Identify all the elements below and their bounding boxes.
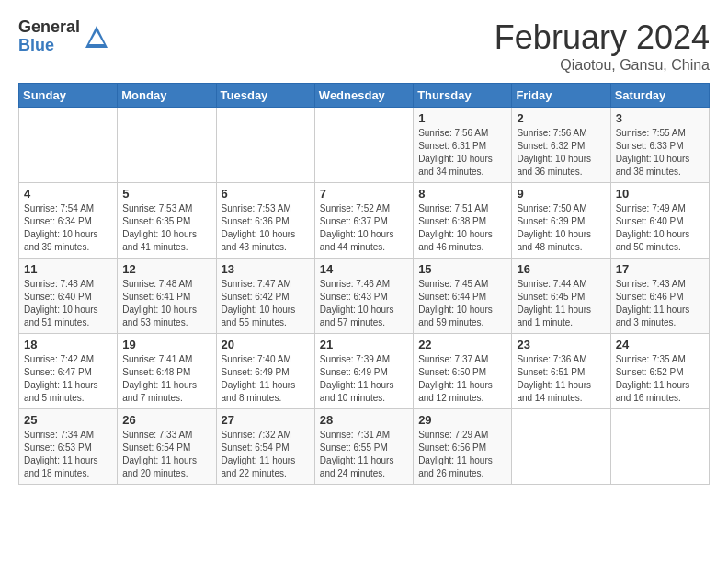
day-info: Sunrise: 7:34 AM Sunset: 6:53 PM Dayligh… (24, 429, 112, 480)
calendar-cell: 14Sunrise: 7:46 AM Sunset: 6:43 PM Dayli… (314, 259, 413, 334)
day-number: 14 (320, 262, 408, 276)
day-info: Sunrise: 7:47 AM Sunset: 6:42 PM Dayligh… (222, 278, 310, 329)
calendar-cell: 7Sunrise: 7:52 AM Sunset: 6:37 PM Daylig… (314, 183, 413, 259)
calendar-cell: 3Sunrise: 7:55 AM Sunset: 6:33 PM Daylig… (610, 108, 709, 183)
day-number: 16 (517, 262, 605, 276)
calendar-cell: 22Sunrise: 7:37 AM Sunset: 6:50 PM Dayli… (414, 334, 512, 409)
day-number: 15 (418, 262, 506, 276)
calendar-cell (118, 108, 216, 183)
day-info: Sunrise: 7:52 AM Sunset: 6:37 PM Dayligh… (320, 202, 408, 254)
calendar-cell (610, 409, 709, 485)
day-info: Sunrise: 7:55 AM Sunset: 6:33 PM Dayligh… (616, 127, 704, 178)
day-info: Sunrise: 7:48 AM Sunset: 6:41 PM Dayligh… (122, 278, 210, 329)
calendar-cell: 2Sunrise: 7:56 AM Sunset: 6:32 PM Daylig… (512, 108, 610, 183)
calendar-cell: 23Sunrise: 7:36 AM Sunset: 6:51 PM Dayli… (512, 334, 610, 409)
day-number: 6 (222, 187, 310, 201)
day-number: 3 (616, 111, 704, 125)
header-cell-sunday: Sunday (19, 84, 118, 108)
calendar-cell: 25Sunrise: 7:34 AM Sunset: 6:53 PM Dayli… (19, 409, 118, 485)
day-number: 26 (122, 413, 210, 427)
day-info: Sunrise: 7:35 AM Sunset: 6:52 PM Dayligh… (616, 353, 704, 405)
calendar-cell: 13Sunrise: 7:47 AM Sunset: 6:42 PM Dayli… (216, 259, 314, 334)
calendar-cell: 4Sunrise: 7:54 AM Sunset: 6:34 PM Daylig… (19, 183, 118, 259)
header-cell-wednesday: Wednesday (314, 84, 413, 108)
day-info: Sunrise: 7:45 AM Sunset: 6:44 PM Dayligh… (418, 278, 506, 329)
day-number: 1 (418, 111, 506, 125)
header-cell-monday: Monday (118, 84, 216, 108)
header-row: SundayMondayTuesdayWednesdayThursdayFrid… (19, 84, 710, 108)
calendar-cell: 9Sunrise: 7:50 AM Sunset: 6:39 PM Daylig… (512, 183, 610, 259)
day-number: 13 (222, 262, 310, 276)
title-block: February 2024 Qiaotou, Gansu, China (495, 18, 710, 74)
calendar-week-2: 4Sunrise: 7:54 AM Sunset: 6:34 PM Daylig… (19, 183, 710, 259)
day-info: Sunrise: 7:32 AM Sunset: 6:54 PM Dayligh… (222, 429, 310, 480)
day-number: 29 (418, 413, 506, 427)
calendar-cell: 19Sunrise: 7:41 AM Sunset: 6:48 PM Dayli… (118, 334, 216, 409)
logo-blue: Blue (18, 37, 80, 55)
page-header: General Blue February 2024 Qiaotou, Gans… (18, 18, 710, 74)
calendar-header: SundayMondayTuesdayWednesdayThursdayFrid… (19, 84, 710, 108)
day-number: 23 (517, 338, 605, 351)
day-info: Sunrise: 7:56 AM Sunset: 6:31 PM Dayligh… (418, 127, 506, 178)
calendar-cell: 6Sunrise: 7:53 AM Sunset: 6:36 PM Daylig… (216, 183, 314, 259)
logo-icon (84, 24, 109, 50)
day-number: 19 (122, 338, 210, 351)
calendar-cell: 5Sunrise: 7:53 AM Sunset: 6:35 PM Daylig… (118, 183, 216, 259)
day-info: Sunrise: 7:50 AM Sunset: 6:39 PM Dayligh… (517, 202, 605, 254)
calendar-cell: 15Sunrise: 7:45 AM Sunset: 6:44 PM Dayli… (414, 259, 512, 334)
day-number: 24 (616, 338, 704, 351)
day-info: Sunrise: 7:53 AM Sunset: 6:35 PM Dayligh… (122, 202, 210, 254)
day-number: 27 (222, 413, 310, 427)
day-info: Sunrise: 7:48 AM Sunset: 6:40 PM Dayligh… (24, 278, 112, 329)
calendar-cell (19, 108, 118, 183)
day-info: Sunrise: 7:42 AM Sunset: 6:47 PM Dayligh… (24, 353, 112, 405)
day-number: 22 (418, 338, 506, 351)
day-info: Sunrise: 7:31 AM Sunset: 6:55 PM Dayligh… (320, 429, 408, 480)
month-title: February 2024 (495, 18, 710, 57)
location-title: Qiaotou, Gansu, China (495, 57, 710, 74)
day-number: 5 (122, 187, 210, 201)
day-number: 11 (24, 262, 112, 276)
calendar-cell: 28Sunrise: 7:31 AM Sunset: 6:55 PM Dayli… (314, 409, 413, 485)
calendar-cell: 24Sunrise: 7:35 AM Sunset: 6:52 PM Dayli… (610, 334, 709, 409)
calendar-cell: 29Sunrise: 7:29 AM Sunset: 6:56 PM Dayli… (414, 409, 512, 485)
calendar-cell: 10Sunrise: 7:49 AM Sunset: 6:40 PM Dayli… (610, 183, 709, 259)
day-number: 2 (517, 111, 605, 125)
header-cell-saturday: Saturday (610, 84, 709, 108)
day-number: 17 (616, 262, 704, 276)
day-info: Sunrise: 7:40 AM Sunset: 6:49 PM Dayligh… (222, 353, 310, 405)
day-number: 20 (222, 338, 310, 351)
calendar-cell: 11Sunrise: 7:48 AM Sunset: 6:40 PM Dayli… (19, 259, 118, 334)
day-info: Sunrise: 7:43 AM Sunset: 6:46 PM Dayligh… (616, 278, 704, 329)
day-info: Sunrise: 7:37 AM Sunset: 6:50 PM Dayligh… (418, 353, 506, 405)
day-number: 9 (517, 187, 605, 201)
day-number: 7 (320, 187, 408, 201)
day-info: Sunrise: 7:29 AM Sunset: 6:56 PM Dayligh… (418, 429, 506, 480)
day-info: Sunrise: 7:46 AM Sunset: 6:43 PM Dayligh… (320, 278, 408, 329)
calendar-cell (512, 409, 610, 485)
header-cell-friday: Friday (512, 84, 610, 108)
calendar-body: 1Sunrise: 7:56 AM Sunset: 6:31 PM Daylig… (19, 108, 710, 485)
calendar-cell: 18Sunrise: 7:42 AM Sunset: 6:47 PM Dayli… (19, 334, 118, 409)
day-info: Sunrise: 7:49 AM Sunset: 6:40 PM Dayligh… (616, 202, 704, 254)
day-info: Sunrise: 7:44 AM Sunset: 6:45 PM Dayligh… (517, 278, 605, 329)
calendar-week-5: 25Sunrise: 7:34 AM Sunset: 6:53 PM Dayli… (19, 409, 710, 485)
calendar-cell: 17Sunrise: 7:43 AM Sunset: 6:46 PM Dayli… (610, 259, 709, 334)
calendar-cell: 27Sunrise: 7:32 AM Sunset: 6:54 PM Dayli… (216, 409, 314, 485)
day-number: 10 (616, 187, 704, 201)
day-info: Sunrise: 7:56 AM Sunset: 6:32 PM Dayligh… (517, 127, 605, 178)
day-number: 4 (24, 187, 112, 201)
calendar-cell: 20Sunrise: 7:40 AM Sunset: 6:49 PM Dayli… (216, 334, 314, 409)
logo: General Blue (18, 18, 109, 55)
calendar-cell (216, 108, 314, 183)
header-cell-thursday: Thursday (414, 84, 512, 108)
calendar-week-4: 18Sunrise: 7:42 AM Sunset: 6:47 PM Dayli… (19, 334, 710, 409)
day-info: Sunrise: 7:33 AM Sunset: 6:54 PM Dayligh… (122, 429, 210, 480)
day-number: 18 (24, 338, 112, 351)
calendar-cell: 21Sunrise: 7:39 AM Sunset: 6:49 PM Dayli… (314, 334, 413, 409)
day-number: 21 (320, 338, 408, 351)
calendar-cell: 8Sunrise: 7:51 AM Sunset: 6:38 PM Daylig… (414, 183, 512, 259)
day-info: Sunrise: 7:39 AM Sunset: 6:49 PM Dayligh… (320, 353, 408, 405)
day-info: Sunrise: 7:51 AM Sunset: 6:38 PM Dayligh… (418, 202, 506, 254)
header-cell-tuesday: Tuesday (216, 84, 314, 108)
